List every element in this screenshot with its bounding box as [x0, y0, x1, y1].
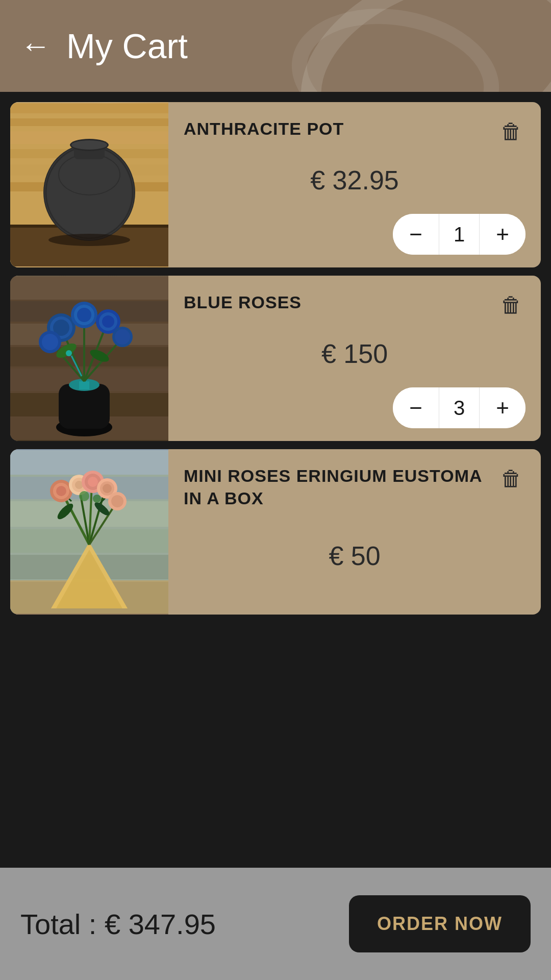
item-name-pot: ANTHRACITE POT [184, 117, 492, 140]
total-label: Total : € 347.95 [20, 908, 216, 941]
quantity-value-roses: 3 [439, 387, 480, 428]
svg-rect-19 [10, 277, 168, 300]
svg-point-82 [103, 484, 112, 493]
item-image-roses [10, 276, 168, 441]
svg-point-84 [111, 495, 123, 507]
item-name-roses: BLUE ROSES [184, 291, 492, 313]
svg-point-79 [88, 477, 98, 487]
svg-rect-53 [10, 450, 168, 475]
svg-point-85 [79, 491, 89, 501]
delete-button-mini-roses[interactable]: 🗑 [497, 464, 525, 493]
item-bottom-roses: − 3 + [184, 387, 525, 428]
svg-point-73 [56, 486, 66, 496]
item-bottom-pot: − 1 + [184, 214, 525, 255]
item-content-mini-roses: MINI ROSES ERINGIUM EUSTOMA IN A BOX 🗑 €… [168, 449, 541, 615]
decrement-button-roses[interactable]: − [393, 387, 439, 428]
svg-rect-2 [10, 118, 168, 126]
svg-rect-1 [10, 103, 168, 113]
header: ← My Cart [0, 0, 551, 92]
svg-point-42 [77, 308, 91, 322]
quantity-control-pot: − 1 + [393, 214, 525, 255]
item-top-mini-roses: MINI ROSES ERINGIUM EUSTOMA IN A BOX 🗑 [184, 464, 525, 509]
increment-button-roses[interactable]: + [480, 387, 525, 428]
cart-item-anthracite-pot: ANTHRACITE POT 🗑 € 32.95 − 1 + [10, 102, 541, 267]
item-name-mini-roses: MINI ROSES ERINGIUM EUSTOMA IN A BOX [184, 464, 492, 509]
footer: Total : € 347.95 ORDER NOW [0, 868, 551, 980]
cart-container: ANTHRACITE POT 🗑 € 32.95 − 1 + [0, 92, 551, 868]
item-image-pot [10, 102, 168, 267]
cart-item-mini-roses: MINI ROSES ERINGIUM EUSTOMA IN A BOX 🗑 €… [10, 449, 541, 615]
trash-icon-roses: 🗑 [500, 293, 522, 317]
svg-point-49 [42, 334, 58, 350]
svg-point-86 [93, 495, 101, 503]
trash-icon-pot: 🗑 [500, 119, 522, 144]
svg-rect-29 [79, 381, 89, 389]
item-top-roses: BLUE ROSES 🗑 [184, 291, 525, 320]
svg-point-47 [115, 329, 130, 345]
item-price-mini-roses: € 50 [184, 541, 525, 571]
cart-item-blue-roses: BLUE ROSES 🗑 € 150 − 3 + [10, 276, 541, 441]
order-now-button[interactable]: ORDER NOW [349, 895, 531, 952]
svg-rect-22 [10, 347, 168, 366]
svg-point-45 [102, 315, 114, 328]
item-content-pot: ANTHRACITE POT 🗑 € 32.95 − 1 + [168, 102, 541, 267]
quantity-control-roses: − 3 + [393, 387, 525, 428]
item-content-roses: BLUE ROSES 🗑 € 150 − 3 + [168, 276, 541, 441]
delete-button-pot[interactable]: 🗑 [497, 117, 525, 146]
item-price-pot: € 32.95 [184, 165, 525, 195]
trash-icon-mini-roses: 🗑 [500, 467, 522, 491]
item-top-pot: ANTHRACITE POT 🗑 [184, 117, 525, 146]
item-image-mini-roses [10, 449, 168, 615]
quantity-value-pot: 1 [439, 214, 480, 255]
item-price-roses: € 150 [184, 338, 525, 369]
increment-button-pot[interactable]: + [480, 214, 525, 255]
svg-point-16 [71, 140, 107, 150]
svg-point-51 [66, 350, 72, 356]
delete-button-roses[interactable]: 🗑 [497, 291, 525, 320]
page-title: My Cart [66, 26, 188, 66]
decrement-button-pot[interactable]: − [393, 214, 439, 255]
svg-point-17 [48, 234, 130, 246]
back-button[interactable]: ← [20, 31, 51, 61]
